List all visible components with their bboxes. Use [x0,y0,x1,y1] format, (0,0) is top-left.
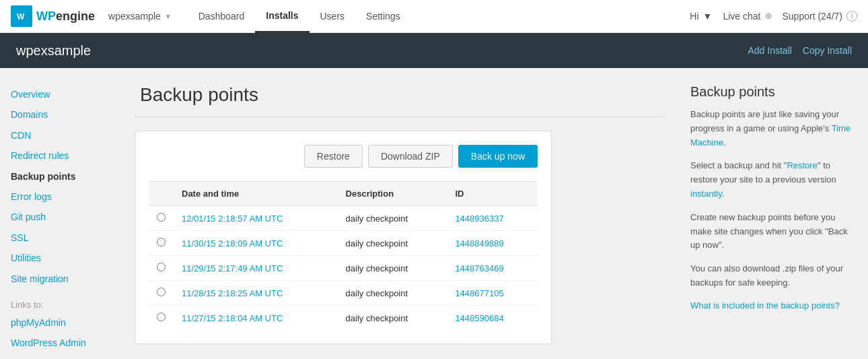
sidebar-item-backup-points[interactable]: Backup points [11,166,124,187]
backup-radio-0[interactable] [157,213,166,222]
copy-install-link[interactable]: Copy Install [803,45,852,56]
sidebar-item-wordpress-admin[interactable]: WordPress Admin [11,333,124,353]
table-cell-date: 11/29/15 2:17:49 AM UTC [174,256,338,281]
chevron-down-icon: ▼ [703,11,713,22]
instantly-link[interactable]: instantly [690,189,722,199]
backup-radio-1[interactable] [157,238,166,247]
table-row: 12/01/15 2:18:57 AM UTC daily checkpoint… [149,206,538,231]
table-header-date: Date and time [174,182,338,206]
table-cell-radio[interactable] [149,281,174,306]
main-content: Backup points Restore Download ZIP Back … [135,68,680,359]
table-row: 11/29/15 2:17:49 AM UTC daily checkpoint… [149,256,538,281]
logo-text: WPengine [36,9,95,24]
time-machine-link[interactable]: Time Machine [690,123,851,148]
id-link-3[interactable]: 1448677105 [455,288,503,298]
chevron-down-icon: ▼ [165,13,172,20]
info-para-4: You can also download .zip files of your… [690,262,857,290]
table-header-id: ID [447,182,538,206]
nav-links: Dashboard Installs Users Settings [188,0,690,33]
sub-header-actions: Add Install Copy Install [748,45,852,56]
backup-table: Date and time Description ID 12/01/15 2:… [149,181,538,330]
table-cell-description: daily checkpoint [338,306,447,331]
right-panel: Backup points Backup points are just lik… [680,68,868,359]
sidebar-links-label: Links to: [11,300,124,310]
table-row: 11/28/15 2:18:25 AM UTC daily checkpoint… [149,281,538,306]
sidebar-item-git-push[interactable]: Git push [11,207,124,227]
id-link-4[interactable]: 1448590684 [455,313,503,323]
date-link-0[interactable]: 12/01/15 2:18:57 AM UTC [182,214,283,224]
backup-radio-4[interactable] [157,313,166,321]
add-install-link[interactable]: Add Install [748,45,791,56]
table-row: 11/30/15 2:18:09 AM UTC daily checkpoint… [149,231,538,256]
table-cell-radio[interactable] [149,306,174,331]
info-para-3: Create new backup points before you make… [690,211,857,253]
table-cell-date: 11/28/15 2:18:25 AM UTC [174,281,338,306]
main-layout: Overview Domains CDN Redirect rules Back… [0,68,868,359]
table-cell-radio[interactable] [149,206,174,231]
restore-button[interactable]: Restore [304,145,363,168]
table-cell-date: 11/27/15 2:18:04 AM UTC [174,306,338,331]
live-chat-button[interactable]: Live chat [723,11,771,22]
table-header-row: Date and time Description ID [149,182,538,206]
site-selector-label: wpexsample [108,11,161,22]
info-para-2: Select a backup and hit "Restore" to res… [690,159,857,201]
content-divider [135,117,663,117]
table-cell-description: daily checkpoint [338,256,447,281]
back-up-now-button[interactable]: Back up now [458,145,538,168]
table-cell-date: 11/30/15 2:18:09 AM UTC [174,231,338,256]
id-link-1[interactable]: 1448849889 [455,238,503,249]
download-zip-button[interactable]: Download ZIP [368,145,453,168]
sidebar-item-ssl[interactable]: SSL [11,228,124,248]
sidebar-item-error-logs[interactable]: Error logs [11,187,124,207]
backup-radio-2[interactable] [157,263,166,271]
logo-icon: W [11,5,32,27]
date-link-2[interactable]: 11/29/15 2:17:49 AM UTC [182,263,283,273]
page-title: Backup points [135,84,663,106]
wp-logo-icon: W [15,9,28,23]
info-panel-title: Backup points [690,84,857,100]
support-button[interactable]: Support (24/7) i [783,11,858,22]
sidebar-item-domains[interactable]: Domains [11,104,124,125]
restore-link[interactable]: Restore [787,160,818,170]
sidebar-item-site-migration[interactable]: Site migration [11,269,124,289]
table-cell-description: daily checkpoint [338,206,447,231]
table-cell-radio[interactable] [149,256,174,281]
sidebar-item-utilities[interactable]: Utilities [11,248,124,268]
table-cell-description: daily checkpoint [338,281,447,306]
table-cell-id: 1448677105 [447,281,538,306]
table-cell-id: 1448936337 [447,206,538,231]
nav-link-settings[interactable]: Settings [355,0,411,33]
table-cell-id: 1448849889 [447,231,538,256]
date-link-4[interactable]: 11/27/15 2:18:04 AM UTC [182,313,283,323]
nav-link-installs[interactable]: Installs [255,0,309,33]
live-status-dot [765,13,772,20]
info-icon: i [846,11,857,22]
date-link-3[interactable]: 11/28/15 2:18:25 AM UTC [182,288,283,298]
table-cell-id: 1448763469 [447,256,538,281]
table-header-select [149,182,174,206]
table-cell-description: daily checkpoint [338,231,447,256]
backup-actions: Restore Download ZIP Back up now [149,145,538,168]
logo: W WPengine [11,5,95,27]
nav-link-dashboard[interactable]: Dashboard [188,0,256,33]
sub-header-title: wpexsample [16,43,91,59]
sidebar-item-phpmyadmin[interactable]: phpMyAdmin [11,313,124,333]
table-cell-radio[interactable] [149,231,174,256]
sidebar: Overview Domains CDN Redirect rules Back… [0,68,135,359]
sub-header: wpexsample Add Install Copy Install [0,33,868,68]
table-cell-id: 1448590684 [447,306,538,331]
table-cell-date: 12/01/15 2:18:57 AM UTC [174,206,338,231]
backup-info-link[interactable]: What is included in the backup points? [690,300,840,311]
date-link-1[interactable]: 11/30/15 2:18:09 AM UTC [182,238,283,249]
id-link-2[interactable]: 1448763469 [455,263,503,273]
sidebar-item-overview[interactable]: Overview [11,84,124,104]
nav-right: Hi ▼ Live chat Support (24/7) i [690,11,857,22]
top-nav: W WPengine wpexsample ▼ Dashboard Instal… [0,0,868,33]
site-selector[interactable]: wpexsample ▼ [108,11,172,22]
nav-link-users[interactable]: Users [310,0,356,33]
sidebar-item-cdn[interactable]: CDN [11,125,124,145]
id-link-0[interactable]: 1448936337 [455,214,503,224]
hi-menu[interactable]: Hi ▼ [690,11,712,22]
backup-radio-3[interactable] [157,288,166,296]
sidebar-item-redirect-rules[interactable]: Redirect rules [11,145,124,166]
